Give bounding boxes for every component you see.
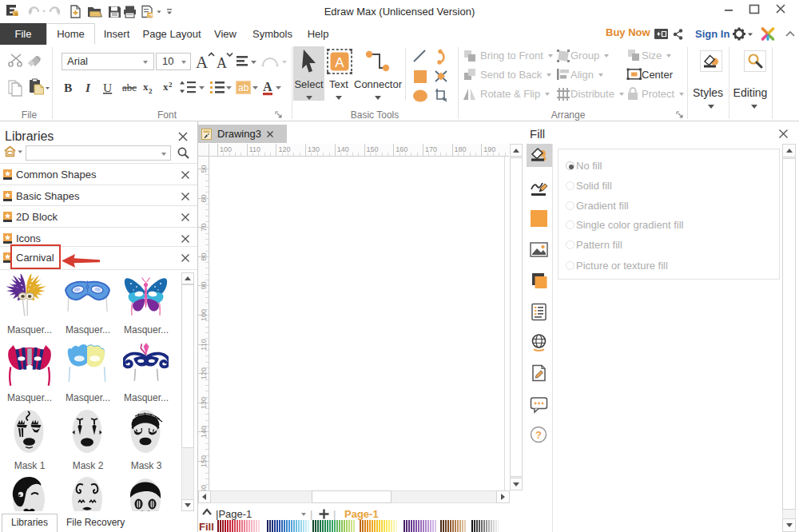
svg-text:A: A <box>263 80 272 93</box>
svg-text:?: ? <box>535 429 542 441</box>
svg-text:2: 2 <box>149 87 153 95</box>
svg-text:x: x <box>143 81 149 93</box>
svg-text:ab: ab <box>238 82 249 93</box>
svg-text:Sign In: Sign In <box>695 28 729 40</box>
svg-text:I: I <box>85 81 91 94</box>
svg-text:x: x <box>163 81 169 93</box>
svg-text:abc: abc <box>122 81 137 93</box>
svg-text:A: A <box>335 55 344 70</box>
svg-text:U: U <box>103 81 112 94</box>
svg-text:2: 2 <box>169 81 173 89</box>
svg-text:A: A <box>196 53 209 72</box>
svg-text:A: A <box>217 55 227 71</box>
svg-text:B: B <box>64 81 72 94</box>
